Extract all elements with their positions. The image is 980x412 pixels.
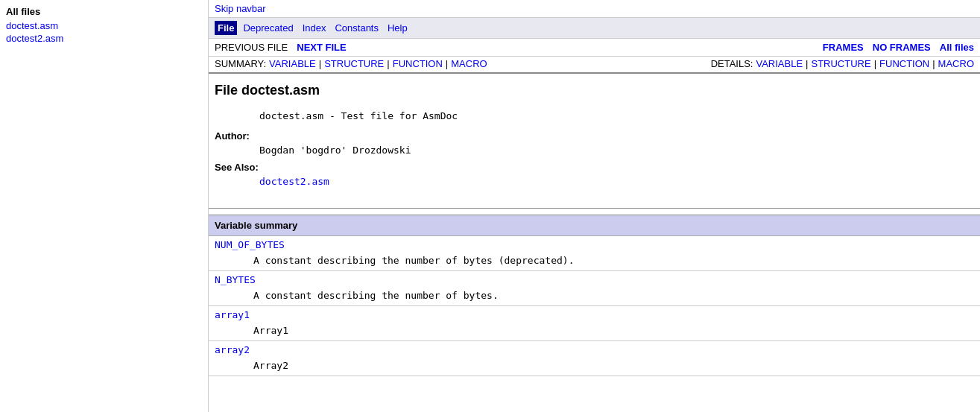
skip-navbar-link[interactable]: Skip navbar bbox=[215, 3, 266, 14]
next-file-link[interactable]: NEXT FILE bbox=[297, 42, 346, 53]
var-name-n-bytes: N_BYTES bbox=[209, 271, 980, 288]
summary-structure[interactable]: STRUCTURE bbox=[324, 58, 384, 69]
var-name-num-of-bytes: NUM_OF_BYTES bbox=[209, 236, 980, 253]
details-variable[interactable]: VARIABLE bbox=[756, 58, 803, 69]
nav-index[interactable]: Index bbox=[300, 21, 329, 35]
author-value: Bogdan 'bogdro' Drozdowski bbox=[259, 145, 974, 156]
nav-file[interactable]: File bbox=[215, 21, 237, 35]
nav-constants[interactable]: Constants bbox=[332, 21, 382, 35]
details-structure[interactable]: STRUCTURE bbox=[811, 58, 870, 69]
var-name-array2: array2 bbox=[209, 341, 980, 358]
nav-deprecated[interactable]: Deprecated bbox=[240, 21, 296, 35]
var-name-array1: array1 bbox=[209, 306, 980, 323]
nav-help[interactable]: Help bbox=[385, 21, 411, 35]
file-nav-left: PREVIOUS FILE NEXT FILE bbox=[215, 42, 347, 53]
sidebar-title: All files bbox=[6, 6, 202, 17]
table-row: array2 Array2 bbox=[209, 341, 980, 376]
var-desc-num-of-bytes: A constant describing the number of byte… bbox=[209, 253, 980, 270]
navbar: File Deprecated Index Constants Help bbox=[209, 18, 980, 39]
file-description: doctest.asm - Test file for AsmDoc bbox=[259, 110, 974, 121]
details-function[interactable]: FUNCTION bbox=[879, 58, 929, 69]
table-row: NUM_OF_BYTES A constant describing the n… bbox=[209, 236, 980, 271]
dsep1: | bbox=[806, 58, 808, 69]
summary-variable[interactable]: VARIABLE bbox=[269, 58, 316, 69]
see-also-label: See Also: bbox=[215, 162, 974, 173]
main-content: Skip navbar File Deprecated Index Consta… bbox=[209, 0, 980, 412]
var-link-array2[interactable]: array2 bbox=[215, 344, 250, 355]
dsep2: | bbox=[874, 58, 876, 69]
sidebar: All files doctest.asm doctest2.asm bbox=[0, 0, 209, 412]
all-files-link[interactable]: All files bbox=[940, 42, 974, 53]
dsep3: | bbox=[932, 58, 935, 69]
table-row: array1 Array1 bbox=[209, 306, 980, 341]
file-nav-right: FRAMES NO FRAMES All files bbox=[823, 42, 974, 53]
summary-label: SUMMARY: bbox=[215, 58, 266, 69]
summary-macro[interactable]: MACRO bbox=[451, 58, 487, 69]
sep1: | bbox=[319, 58, 321, 69]
details-label: DETAILS: bbox=[711, 58, 753, 69]
see-also-value: doctest2.asm bbox=[259, 176, 974, 187]
sidebar-file-doctest2[interactable]: doctest2.asm bbox=[6, 33, 202, 44]
previous-file-label: PREVIOUS FILE bbox=[215, 42, 288, 53]
var-link-array1[interactable]: array1 bbox=[215, 309, 250, 320]
summary-function[interactable]: FUNCTION bbox=[393, 58, 443, 69]
variable-summary-section: Variable summary NUM_OF_BYTES A constant… bbox=[209, 215, 980, 376]
summary-right: DETAILS: VARIABLE | STRUCTURE | FUNCTION… bbox=[711, 58, 974, 69]
var-desc-array1: Array1 bbox=[209, 323, 980, 340]
skip-navbar-bar: Skip navbar bbox=[209, 0, 980, 18]
sidebar-file-doctest[interactable]: doctest.asm bbox=[6, 20, 202, 31]
author-label: Author: bbox=[215, 130, 974, 142]
section-divider bbox=[209, 208, 980, 209]
page-title: File doctest.asm bbox=[215, 83, 974, 98]
variable-summary-header: Variable summary bbox=[209, 215, 980, 236]
sep2: | bbox=[387, 58, 389, 69]
summary-left: SUMMARY: VARIABLE | STRUCTURE | FUNCTION… bbox=[215, 58, 487, 69]
table-row: N_BYTES A constant describing the number… bbox=[209, 271, 980, 306]
no-frames-link[interactable]: NO FRAMES bbox=[873, 42, 931, 53]
page-content: File doctest.asm doctest.asm - Test file… bbox=[209, 74, 980, 202]
var-link-n-bytes[interactable]: N_BYTES bbox=[215, 274, 256, 285]
file-nav-row: PREVIOUS FILE NEXT FILE FRAMES NO FRAMES… bbox=[209, 39, 980, 57]
var-desc-array2: Array2 bbox=[209, 358, 980, 375]
frames-link[interactable]: FRAMES bbox=[823, 42, 864, 53]
var-desc-n-bytes: A constant describing the number of byte… bbox=[209, 288, 980, 305]
details-macro[interactable]: MACRO bbox=[938, 58, 974, 69]
sep3: | bbox=[446, 58, 448, 69]
summary-details-row: SUMMARY: VARIABLE | STRUCTURE | FUNCTION… bbox=[209, 57, 980, 74]
see-also-link[interactable]: doctest2.asm bbox=[259, 176, 329, 187]
var-link-num-of-bytes[interactable]: NUM_OF_BYTES bbox=[215, 239, 285, 250]
